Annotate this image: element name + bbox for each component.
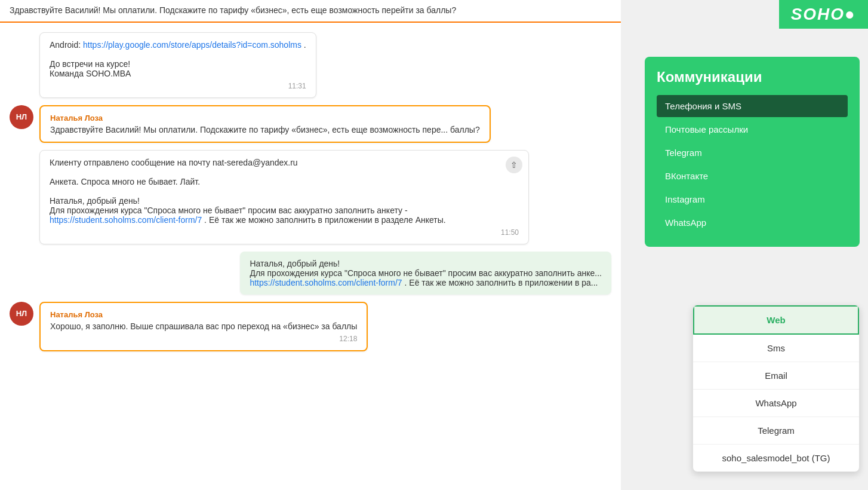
msg1-timestamp: 11:31 (50, 82, 306, 90)
msg4-line2: Для прохождения курса "Спроса много не б… (250, 268, 602, 278)
bubble-3: ⇧ Клиенту отправлено сообщение на почту … (39, 150, 529, 244)
chat-container: Здравствуйте Василий! Мы оплатили. Подск… (0, 0, 621, 490)
message-1: Android: https://play.google.com/store/a… (10, 32, 529, 98)
msg3-line1: Клиенту отправлено сообщение на почту na… (50, 158, 519, 167)
message-3: ⇧ Клиенту отправлено сообщение на почту … (39, 150, 611, 244)
msg2-text: Здравствуйте Василий! Мы оплатили. Подск… (50, 125, 480, 134)
bubble-1: Android: https://play.google.com/store/a… (39, 32, 316, 98)
msg1-line2: До встречи на курсе! (50, 59, 306, 69)
msg5-timestamp: 12:18 (50, 335, 357, 343)
source-soho-bot[interactable]: soho_salesmodel_bot (TG) (693, 445, 859, 471)
top-bar-text: Здравствуйте Василий! Мы оплатили. Подск… (10, 5, 456, 15)
soho-logo: SOHO● (779, 0, 868, 29)
source-telegram[interactable]: Telegram (693, 417, 859, 445)
msg1-line3: Команда SOHO.MBA (50, 69, 306, 78)
form-link-1[interactable]: https://student.soholms.com/client-form/… (50, 215, 202, 225)
sender-2: Наталья Лоза (50, 114, 480, 122)
avatar-5: НЛ (10, 302, 33, 326)
messages-area[interactable]: Android: https://play.google.com/store/a… (0, 23, 621, 490)
msg3-line5: https://student.soholms.com/client-form/… (50, 215, 519, 225)
msg4-line1: Наталья, добрый день! (250, 259, 602, 268)
comm-menu-whatsapp[interactable]: WhatsApp (657, 212, 848, 234)
avatar-2: НЛ (10, 105, 33, 129)
android-link[interactable]: https://play.google.com/store/apps/detai… (83, 40, 301, 50)
msg3-line4: Для прохождения курса "Спроса много не б… (50, 206, 519, 215)
message-5: НЛ Наталья Лоза Хорошо, я заполню. Выше … (10, 302, 529, 351)
comm-panel-title: Коммуникации (657, 69, 848, 85)
source-sms[interactable]: Sms (693, 335, 859, 362)
bubble-2: Наталья Лоза Здравствуйте Василий! Мы оп… (39, 105, 491, 143)
collapse-button[interactable]: ⇧ (506, 157, 522, 173)
source-whatsapp[interactable]: WhatsApp (693, 390, 859, 417)
comm-menu-telegram[interactable]: Telegram (657, 142, 848, 164)
bubble-5: Наталья Лоза Хорошо, я заполню. Выше спр… (39, 302, 368, 351)
comm-panel: Коммуникации Телефония и SMS Почтовые ра… (645, 57, 860, 247)
msg5-text: Хорошо, я заполню. Выше спрашивала вас п… (50, 321, 357, 331)
msg3-line2: Анкета. Спроса много не бывает. Лайт. (50, 177, 519, 186)
msg4-line3: https://student.soholms.com/client-form/… (250, 278, 602, 287)
comm-menu-vkontakte[interactable]: ВКонтакте (657, 165, 848, 187)
form-link-2[interactable]: https://student.soholms.com/client-form/… (250, 278, 402, 287)
message-2: НЛ Наталья Лоза Здравствуйте Василий! Мы… (10, 105, 529, 143)
msg1-line1: Android: https://play.google.com/store/a… (50, 40, 306, 50)
comm-menu-email-blast[interactable]: Почтовые рассылки (657, 118, 848, 140)
message-4: Наталья, добрый день! Для прохождения ку… (10, 252, 611, 295)
sender-5: Наталья Лоза (50, 310, 357, 319)
bubble-4: Наталья, добрый день! Для прохождения ку… (240, 252, 611, 295)
comm-menu-instagram[interactable]: Instagram (657, 188, 848, 210)
source-email[interactable]: Email (693, 362, 859, 390)
msg3-timestamp: 11:50 (50, 228, 519, 237)
source-panel: Web Sms Email WhatsApp Telegram soho_sal… (692, 305, 860, 472)
top-bar: Здравствуйте Василий! Мы оплатили. Подск… (0, 0, 621, 23)
source-web[interactable]: Web (693, 305, 859, 335)
msg3-line3: Наталья, добрый день! (50, 196, 519, 206)
comm-menu-telephony[interactable]: Телефония и SMS (657, 95, 848, 117)
